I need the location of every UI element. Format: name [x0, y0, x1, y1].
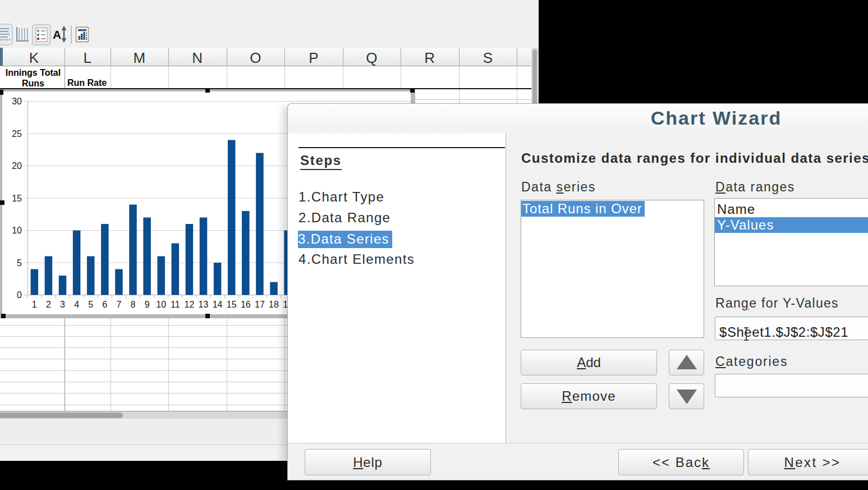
- svg-text:17: 17: [255, 300, 265, 309]
- svg-text:10: 10: [156, 300, 166, 309]
- svg-text:5: 5: [17, 258, 22, 268]
- svg-text:1: 1: [32, 300, 37, 309]
- svg-text:30: 30: [12, 97, 22, 106]
- svg-text:14: 14: [213, 300, 223, 309]
- svg-text:0: 0: [17, 290, 22, 300]
- svg-text:9: 9: [145, 300, 150, 309]
- svg-text:16: 16: [241, 300, 251, 309]
- svg-text:11: 11: [171, 300, 180, 309]
- svg-text:13: 13: [199, 300, 209, 309]
- svg-text:15: 15: [227, 300, 237, 309]
- svg-text:8: 8: [131, 300, 136, 309]
- svg-text:25: 25: [12, 129, 22, 139]
- svg-text:A: A: [53, 28, 61, 41]
- svg-text:10: 10: [12, 226, 22, 235]
- svg-text:7: 7: [116, 300, 121, 309]
- svg-text:20: 20: [12, 161, 22, 171]
- svg-text:5: 5: [88, 300, 93, 309]
- svg-text:15: 15: [12, 194, 22, 203]
- svg-text:3: 3: [60, 300, 65, 309]
- svg-text:18: 18: [269, 300, 279, 309]
- svg-text:12: 12: [185, 300, 195, 309]
- svg-text:4: 4: [74, 300, 79, 309]
- svg-text:6: 6: [102, 300, 107, 309]
- svg-text:2: 2: [46, 300, 51, 309]
